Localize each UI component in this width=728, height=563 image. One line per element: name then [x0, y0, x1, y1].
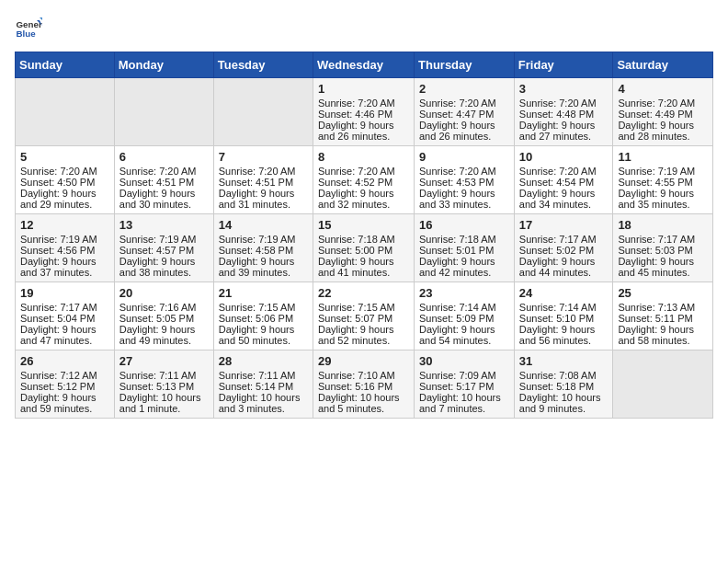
- day-info: Sunrise: 7:15 AM: [219, 302, 308, 313]
- day-info: Sunset: 4:49 PM: [618, 109, 708, 120]
- day-info: Sunrise: 7:19 AM: [119, 234, 209, 245]
- calendar-cell: [613, 350, 713, 419]
- day-info: Sunset: 5:17 PM: [419, 381, 509, 392]
- day-number: 30: [419, 354, 509, 368]
- calendar-cell: 26Sunrise: 7:12 AMSunset: 5:12 PMDayligh…: [16, 350, 115, 419]
- day-number: 16: [419, 218, 509, 232]
- day-info: Sunset: 4:58 PM: [219, 245, 308, 256]
- day-info: Sunrise: 7:11 AM: [119, 370, 209, 381]
- day-info: Daylight: 10 hours and 3 minutes.: [219, 392, 308, 414]
- day-info: Daylight: 9 hours and 29 minutes.: [20, 188, 109, 210]
- calendar-cell: 27Sunrise: 7:11 AMSunset: 5:13 PMDayligh…: [114, 350, 213, 419]
- svg-text:Blue: Blue: [17, 29, 37, 39]
- day-number: 1: [318, 82, 409, 96]
- day-info: Daylight: 9 hours and 54 minutes.: [419, 324, 509, 346]
- day-info: Sunrise: 7:20 AM: [618, 98, 708, 109]
- day-number: 4: [618, 82, 708, 96]
- calendar-cell: 4Sunrise: 7:20 AMSunset: 4:49 PMDaylight…: [613, 78, 713, 146]
- calendar-cell: 19Sunrise: 7:17 AMSunset: 5:04 PMDayligh…: [16, 282, 115, 350]
- day-info: Sunset: 5:05 PM: [119, 313, 209, 324]
- calendar-cell: 21Sunrise: 7:15 AMSunset: 5:06 PMDayligh…: [213, 282, 313, 350]
- day-info: Sunrise: 7:20 AM: [419, 166, 509, 177]
- day-number: 11: [618, 150, 708, 164]
- day-info: Daylight: 9 hours and 50 minutes.: [219, 324, 308, 346]
- day-info: Sunrise: 7:08 AM: [519, 370, 609, 381]
- day-info: Sunset: 5:12 PM: [20, 381, 109, 392]
- day-info: Daylight: 9 hours and 49 minutes.: [119, 324, 209, 346]
- day-info: Sunrise: 7:20 AM: [119, 166, 209, 177]
- day-info: Daylight: 9 hours and 58 minutes.: [618, 324, 708, 346]
- day-info: Sunrise: 7:20 AM: [20, 166, 109, 177]
- day-header-saturday: Saturday: [613, 52, 713, 78]
- day-number: 19: [20, 286, 109, 300]
- day-info: Sunrise: 7:18 AM: [318, 234, 409, 245]
- day-info: Sunset: 5:11 PM: [618, 313, 708, 324]
- day-number: 6: [119, 150, 209, 164]
- day-number: 24: [519, 286, 609, 300]
- day-info: Sunset: 4:50 PM: [20, 177, 109, 188]
- day-number: 5: [20, 150, 109, 164]
- day-info: Daylight: 9 hours and 44 minutes.: [519, 256, 609, 278]
- day-info: Sunset: 4:54 PM: [519, 177, 609, 188]
- day-info: Sunrise: 7:19 AM: [618, 166, 708, 177]
- header-row: SundayMondayTuesdayWednesdayThursdayFrid…: [16, 52, 713, 78]
- day-info: Daylight: 9 hours and 38 minutes.: [119, 256, 209, 278]
- calendar-cell: [16, 78, 115, 146]
- day-number: 9: [419, 150, 509, 164]
- day-info: Daylight: 9 hours and 41 minutes.: [318, 256, 409, 278]
- day-info: Sunset: 5:03 PM: [618, 245, 708, 256]
- day-info: Sunrise: 7:17 AM: [519, 234, 609, 245]
- day-header-friday: Friday: [514, 52, 613, 78]
- day-info: Sunset: 5:10 PM: [519, 313, 609, 324]
- calendar-cell: 31Sunrise: 7:08 AMSunset: 5:18 PMDayligh…: [514, 350, 613, 419]
- day-info: Sunset: 4:57 PM: [119, 245, 209, 256]
- calendar-cell: 13Sunrise: 7:19 AMSunset: 4:57 PMDayligh…: [114, 214, 213, 282]
- day-info: Sunrise: 7:10 AM: [318, 370, 409, 381]
- day-number: 15: [318, 218, 409, 232]
- day-number: 13: [119, 218, 209, 232]
- day-info: Daylight: 9 hours and 31 minutes.: [219, 188, 308, 210]
- day-header-tuesday: Tuesday: [213, 52, 313, 78]
- week-row-5: 26Sunrise: 7:12 AMSunset: 5:12 PMDayligh…: [16, 350, 713, 419]
- day-info: Sunset: 4:51 PM: [119, 177, 209, 188]
- day-info: Sunrise: 7:20 AM: [519, 98, 609, 109]
- day-info: Daylight: 9 hours and 32 minutes.: [318, 188, 409, 210]
- day-info: Daylight: 10 hours and 9 minutes.: [519, 392, 609, 414]
- day-info: Sunset: 4:48 PM: [519, 109, 609, 120]
- day-number: 17: [519, 218, 609, 232]
- day-info: Sunset: 5:02 PM: [519, 245, 609, 256]
- day-number: 14: [219, 218, 308, 232]
- day-info: Sunset: 5:14 PM: [219, 381, 308, 392]
- calendar-cell: 23Sunrise: 7:14 AMSunset: 5:09 PMDayligh…: [415, 282, 515, 350]
- calendar-cell: 20Sunrise: 7:16 AMSunset: 5:05 PMDayligh…: [114, 282, 213, 350]
- calendar-cell: [213, 78, 313, 146]
- day-info: Sunrise: 7:11 AM: [219, 370, 308, 381]
- calendar-cell: 28Sunrise: 7:11 AMSunset: 5:14 PMDayligh…: [213, 350, 313, 419]
- day-info: Daylight: 9 hours and 30 minutes.: [119, 188, 209, 210]
- day-info: Sunrise: 7:20 AM: [519, 166, 609, 177]
- day-number: 8: [318, 150, 409, 164]
- day-info: Sunset: 5:06 PM: [219, 313, 308, 324]
- day-header-thursday: Thursday: [415, 52, 515, 78]
- calendar-cell: 8Sunrise: 7:20 AMSunset: 4:52 PMDaylight…: [313, 146, 414, 214]
- week-row-4: 19Sunrise: 7:17 AMSunset: 5:04 PMDayligh…: [16, 282, 713, 350]
- day-info: Daylight: 9 hours and 34 minutes.: [519, 188, 609, 210]
- day-info: Sunrise: 7:14 AM: [419, 302, 509, 313]
- calendar-cell: 18Sunrise: 7:17 AMSunset: 5:03 PMDayligh…: [613, 214, 713, 282]
- day-number: 26: [20, 354, 109, 368]
- day-info: Sunset: 4:47 PM: [419, 109, 509, 120]
- day-info: Daylight: 9 hours and 42 minutes.: [419, 256, 509, 278]
- day-info: Daylight: 10 hours and 7 minutes.: [419, 392, 509, 414]
- calendar-cell: 12Sunrise: 7:19 AMSunset: 4:56 PMDayligh…: [16, 214, 115, 282]
- day-info: Sunset: 4:51 PM: [219, 177, 308, 188]
- week-row-3: 12Sunrise: 7:19 AMSunset: 4:56 PMDayligh…: [16, 214, 713, 282]
- day-info: Sunrise: 7:20 AM: [219, 166, 308, 177]
- page-header: General Blue: [15, 15, 713, 42]
- calendar-cell: 9Sunrise: 7:20 AMSunset: 4:53 PMDaylight…: [415, 146, 515, 214]
- calendar-cell: 1Sunrise: 7:20 AMSunset: 4:46 PMDaylight…: [313, 78, 414, 146]
- day-header-monday: Monday: [114, 52, 213, 78]
- week-row-1: 1Sunrise: 7:20 AMSunset: 4:46 PMDaylight…: [16, 78, 713, 146]
- day-info: Daylight: 9 hours and 59 minutes.: [20, 392, 109, 414]
- day-info: Daylight: 9 hours and 26 minutes.: [419, 120, 509, 142]
- calendar-cell: 11Sunrise: 7:19 AMSunset: 4:55 PMDayligh…: [613, 146, 713, 214]
